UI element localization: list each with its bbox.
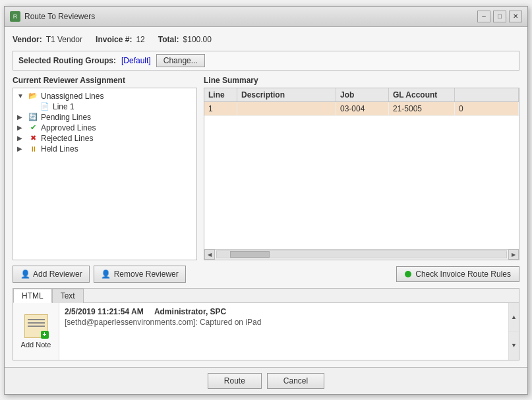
note-email-line: [sethd@paperlessenvironments.com]: Captu…: [65, 318, 503, 327]
note-tabs: HTML Text: [13, 289, 519, 303]
line-summary-table: Line Description Job GL Account 1 03-004…: [204, 88, 519, 260]
cell-gl-account: 21-5005: [389, 102, 455, 115]
change-button[interactable]: Change...: [156, 54, 205, 67]
remove-reviewer-icon: 👤: [101, 269, 111, 279]
vendor-value: T1 Vendor: [46, 35, 82, 44]
scroll-right-arrow[interactable]: ▶: [508, 249, 519, 260]
unassigned-label: Unassigned Lines: [41, 92, 103, 101]
tree-item-unassigned[interactable]: ▼ 📂 Unassigned Lines: [16, 91, 194, 101]
header-gl-account: GL Account: [389, 88, 455, 101]
tree-arrow-unassigned: ▼: [17, 92, 25, 100]
note-pad-icon: [24, 314, 48, 338]
tree-item-pending[interactable]: ▶ 🔄 Pending Lines: [16, 112, 194, 123]
minimize-button[interactable]: –: [477, 11, 490, 22]
vendor-field: Vendor: T1 Vendor: [13, 35, 82, 44]
invoice-value: 12: [136, 35, 144, 44]
scroll-left-arrow[interactable]: ◀: [204, 249, 215, 260]
note-scroll-up[interactable]: ▲: [509, 303, 519, 332]
tree-item-held[interactable]: ▶ ⏸ Held Lines: [16, 144, 194, 154]
tree-item-approved[interactable]: ▶ ✔ Approved Lines: [16, 123, 194, 133]
cell-job: 03-004: [336, 102, 389, 115]
header-line: Line: [204, 88, 237, 101]
held-label: Held Lines: [41, 144, 78, 154]
add-note-button[interactable]: Add Note: [13, 303, 59, 360]
invoice-label: Invoice #:: [96, 35, 132, 44]
check-invoice-route-button[interactable]: Check Invoice Route Rules: [396, 266, 519, 282]
cell-description: [237, 102, 336, 115]
unassigned-folder-icon: 📂: [28, 92, 38, 101]
check-invoice-route-label: Check Invoice Route Rules: [415, 270, 511, 279]
header-row: Vendor: T1 Vendor Invoice #: 12 Total: $…: [13, 34, 519, 45]
routing-groups-row: Selected Routing Groups: [Default] Chang…: [13, 51, 519, 71]
main-panels: Current Reviewer Assignment ▼ 📂 Unassign…: [13, 76, 519, 260]
table-header: Line Description Job GL Account: [204, 88, 519, 102]
cancel-button[interactable]: Cancel: [267, 373, 324, 389]
approved-label: Approved Lines: [41, 123, 96, 132]
add-note-label: Add Note: [21, 341, 51, 349]
header-job: Job: [336, 88, 389, 101]
remove-reviewer-label: Remove Reviewer: [114, 270, 179, 279]
title-controls: – □ ✕: [477, 11, 522, 22]
tree-arrow-rejected: ▶: [17, 134, 25, 142]
pending-icon: 🔄: [28, 113, 38, 122]
reviewer-tree[interactable]: ▼ 📂 Unassigned Lines 📄 Line 1 ▶ 🔄: [13, 88, 197, 260]
action-buttons-row: 👤 Add Reviewer 👤 Remove Reviewer Check I…: [13, 266, 519, 283]
window-icon: R: [10, 11, 20, 22]
main-window: R Route To Reviewers – □ ✕ Vendor: T1 Ve…: [4, 6, 528, 395]
pending-label: Pending Lines: [41, 113, 91, 122]
line1-icon: 📄: [40, 102, 50, 111]
scroll-track[interactable]: [216, 250, 507, 258]
note-lines: [28, 319, 45, 329]
note-content-row: Add Note 2/5/2019 11:21:54 AM Administra…: [13, 303, 519, 360]
note-scroll-down[interactable]: ▼: [509, 331, 519, 360]
route-button[interactable]: Route: [208, 373, 262, 389]
note-datetime-author: 2/5/2019 11:21:54 AM Administrator, SPC: [65, 307, 503, 316]
reviewer-assignment-title: Current Reviewer Assignment: [13, 76, 197, 85]
table-row[interactable]: 1 03-004 21-5005 0: [204, 102, 519, 116]
note-section: HTML Text Add Note 2/5/20: [13, 288, 519, 360]
remove-reviewer-button[interactable]: 👤 Remove Reviewer: [94, 266, 186, 283]
header-description: Description: [237, 88, 336, 101]
tab-html[interactable]: HTML: [13, 289, 52, 303]
footer: Route Cancel: [5, 367, 527, 394]
tree-item-line1[interactable]: 📄 Line 1: [16, 101, 194, 112]
tree-item-rejected[interactable]: ▶ ✖ Rejected Lines: [16, 133, 194, 144]
cell-extra: 0: [455, 102, 519, 115]
horizontal-scrollbar[interactable]: ◀ ▶: [204, 249, 519, 260]
add-reviewer-label: Add Reviewer: [33, 270, 82, 279]
tree-arrow-pending: ▶: [17, 113, 25, 121]
maximize-button[interactable]: □: [493, 11, 506, 22]
content-area: Vendor: T1 Vendor Invoice #: 12 Total: $…: [5, 27, 527, 367]
tree-arrow-approved: ▶: [17, 124, 25, 131]
green-dot-icon: [405, 271, 411, 277]
close-button[interactable]: ✕: [509, 11, 522, 22]
invoice-field: Invoice #: 12: [96, 35, 145, 44]
right-panel: Line Summary Line Description Job GL Acc…: [204, 76, 519, 260]
scroll-thumb[interactable]: [230, 251, 270, 258]
add-reviewer-icon: 👤: [20, 269, 30, 279]
routing-groups-label: Selected Routing Groups:: [18, 56, 116, 65]
left-panel: Current Reviewer Assignment ▼ 📂 Unassign…: [13, 76, 197, 260]
total-value: $100.00: [183, 35, 212, 44]
total-field: Total: $100.00: [158, 35, 212, 44]
routing-groups-value: [Default]: [121, 56, 151, 65]
cell-line: 1: [204, 102, 237, 115]
tab-text[interactable]: Text: [52, 289, 84, 303]
held-icon: ⏸: [28, 144, 38, 154]
note-datetime: 2/5/2019 11:21:54 AM: [65, 307, 144, 316]
title-bar: R Route To Reviewers – □ ✕: [5, 7, 527, 27]
note-text-area: 2/5/2019 11:21:54 AM Administrator, SPC …: [59, 303, 508, 360]
note-author: Administrator, SPC: [154, 307, 226, 316]
line1-label: Line 1: [53, 102, 74, 111]
add-reviewer-button[interactable]: 👤 Add Reviewer: [13, 266, 90, 283]
rejected-icon: ✖: [28, 134, 38, 143]
approved-icon: ✔: [28, 123, 38, 132]
tree-arrow-held: ▶: [17, 145, 25, 152]
table-body: 1 03-004 21-5005 0: [204, 102, 519, 249]
title-bar-left: R Route To Reviewers: [10, 11, 95, 22]
left-action-buttons: 👤 Add Reviewer 👤 Remove Reviewer: [13, 266, 186, 283]
header-extra: [455, 88, 519, 101]
rejected-label: Rejected Lines: [41, 134, 93, 143]
line-summary-title: Line Summary: [204, 76, 519, 85]
note-scrollbar[interactable]: ▲ ▼: [508, 303, 519, 360]
